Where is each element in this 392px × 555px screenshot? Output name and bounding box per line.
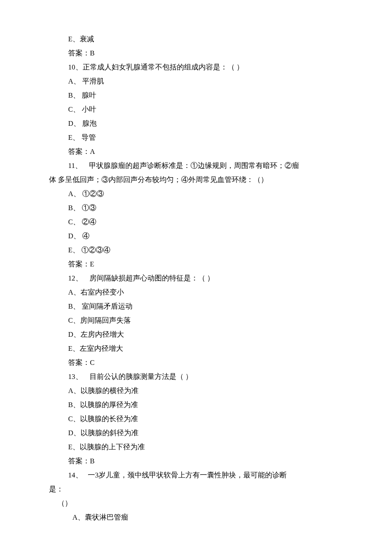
text-line: 12、 房间隔缺损超声心动图的特征是：（ ）: [49, 271, 343, 285]
text-line: C、以胰腺的长径为准: [49, 412, 343, 426]
text-line: C、 ②④: [49, 215, 343, 229]
text-line: 答案：B: [49, 454, 343, 468]
text-line: D、以胰腺的斜径为准: [49, 426, 343, 440]
text-line: B、 ①③: [49, 201, 343, 215]
text-line: D、 腺泡: [49, 116, 343, 130]
text-line: B、以胰腺的厚径为准: [49, 398, 343, 412]
text-line: E、左室内径增大: [49, 341, 343, 356]
text-line: A、 ①②③: [49, 187, 343, 201]
text-line: A、右室内径变小: [49, 285, 343, 299]
text-line: D、左房内径增大: [49, 327, 343, 341]
text-line: 答案：A: [49, 145, 343, 159]
text-line: D、 ④: [49, 229, 343, 243]
document-page: E、衰减答案：B10、正常成人妇女乳腺通常不包括的组成内容是：（ ）A、 平滑肌…: [0, 0, 392, 550]
text-line: 体 多呈低回声；③内部回声分布较均匀；④外周常见血管环绕：（）: [49, 173, 343, 187]
text-line: 答案：E: [49, 257, 343, 271]
text-line: 10、正常成人妇女乳腺通常不包括的组成内容是：（ ）: [49, 60, 343, 74]
text-line: C、房间隔回声失落: [49, 313, 343, 327]
text-line: 13、 目前公认的胰腺测量方法是（ ）: [49, 370, 343, 384]
text-line: E、 ①②③④: [49, 243, 343, 257]
text-line: （）: [49, 496, 343, 510]
text-line: A、囊状淋巴管瘤: [49, 510, 343, 524]
text-line: E、以胰腺的上下径为准: [49, 440, 343, 454]
text-line: B、 腺叶: [49, 88, 343, 102]
text-line: E、 导管: [49, 130, 343, 145]
text-line: 14、 一3岁儿童，颈中线甲状软骨上方有一囊性肿块，最可能的诊断: [49, 468, 343, 482]
text-line: 答案：C: [49, 356, 343, 370]
text-line: E、衰减: [49, 32, 343, 46]
text-line: C、 小叶: [49, 102, 343, 116]
text-line: 答案：B: [49, 46, 343, 60]
text-line: A、以胰腺的横径为准: [49, 384, 343, 398]
text-line: A、 平滑肌: [49, 74, 343, 88]
text-line: 是：: [49, 482, 343, 496]
text-line: 11、 甲状腺腺瘤的超声诊断标准是：①边缘规则，周围常有暗环；②瘤: [49, 159, 343, 173]
text-line: B、 室间隔矛盾运动: [49, 299, 343, 313]
